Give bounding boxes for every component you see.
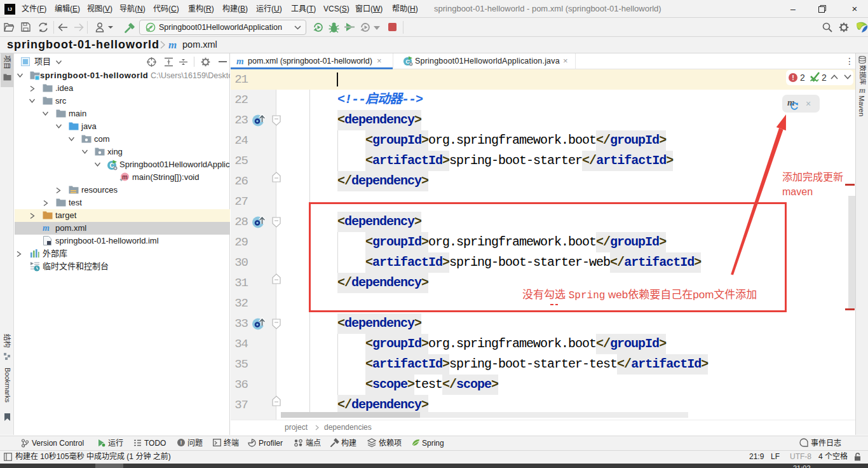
svg-text:m: m [122,174,128,181]
